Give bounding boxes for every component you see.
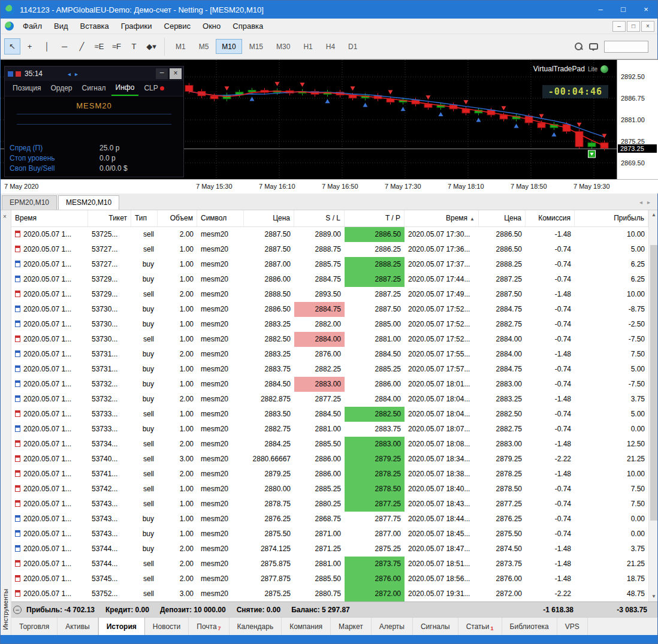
toolbox-tab-история[interactable]: История (98, 618, 145, 635)
timeframe-button-h1[interactable]: H1 (297, 39, 318, 54)
mdi-restore-button[interactable]: □ (627, 21, 640, 32)
menu-item[interactable]: Вставка (74, 19, 115, 34)
cursor-tool[interactable]: ↖ (4, 38, 20, 55)
tradepad-minimize-button[interactable]: – (156, 68, 168, 79)
shapes-tool[interactable]: ◆▾ (143, 38, 159, 55)
community-chat-icon[interactable] (589, 43, 598, 50)
toolbox-tab-сигналы[interactable]: Сигналы (413, 618, 458, 635)
tradepad-header[interactable]: 35:14 ◂▸ – × (5, 66, 183, 81)
menu-item[interactable]: Файл (17, 19, 48, 34)
toolbox-panel-title[interactable]: Инструменты (2, 589, 9, 630)
fibonacci-tool[interactable]: ≈F (108, 38, 125, 55)
mdi-close-button[interactable]: × (641, 21, 654, 32)
search-icon[interactable] (575, 43, 583, 51)
menu-item[interactable]: Справка (227, 19, 269, 34)
column-header[interactable]: T / P (345, 210, 405, 226)
time-axis[interactable]: 7 May 20207 May 15:307 May 16:107 May 16… (1, 179, 658, 193)
toolbox-tab-vps[interactable]: VPS (557, 618, 588, 635)
table-row[interactable]: 2020.05.07 1...53732...buy2.00mesm202882… (11, 392, 648, 407)
column-header[interactable]: Цена (244, 210, 294, 226)
table-row[interactable]: 2020.05.07 1...53742...sell1.00mesm20288… (11, 482, 648, 497)
column-header[interactable]: S / L (294, 210, 345, 226)
table-row[interactable]: 2020.05.07 1...53741...sell2.00mesm20287… (11, 467, 648, 482)
trendline-tool[interactable]: ╱ (74, 38, 90, 55)
tradepad-tab[interactable]: Инфо (111, 81, 139, 96)
window-minimize-button[interactable]: – (589, 1, 612, 19)
toolbox-tab-компания[interactable]: Компания (282, 618, 331, 635)
toolbox-tab-календарь[interactable]: Календарь (230, 618, 282, 635)
table-row[interactable]: 2020.05.07 1...53733...buy1.00mesm202882… (11, 422, 648, 437)
table-row[interactable]: 2020.05.07 1...53744...buy2.00mesm202874… (11, 542, 648, 557)
vertical-line-tool[interactable]: │ (39, 38, 55, 55)
price-axis[interactable]: 2873.25 2892.502886.752881.002875.252869… (617, 59, 658, 179)
summary-collapse-button[interactable]: − (13, 606, 22, 614)
window-close-button[interactable]: × (635, 1, 657, 19)
chart-plot[interactable]: VirtualTradePad Lite -00:04:46 35:14 ◂▸ … (1, 59, 617, 179)
table-row[interactable]: 2020.05.07 1...53752...sell3.00mesm20287… (11, 586, 648, 601)
toolbox-tab-торговля[interactable]: Торговля (11, 618, 58, 635)
menu-item[interactable]: Сервис (158, 19, 197, 34)
table-row[interactable]: 2020.05.07 1...53731...buy1.00mesm202883… (11, 362, 648, 377)
timeframe-button-m10[interactable]: M10 (216, 39, 242, 54)
column-header[interactable]: Символ (197, 210, 244, 226)
timeframe-button-m5[interactable]: M5 (193, 39, 215, 54)
vertical-scrollbar[interactable]: ▲ ▼ (648, 210, 657, 601)
toolbox-tab-почта[interactable]: Почта7 (189, 618, 229, 635)
timeframe-button-m30[interactable]: M30 (270, 39, 296, 54)
table-row[interactable]: 2020.05.07 1...53729...sell2.00mesm20288… (11, 287, 648, 302)
timeframe-button-m1[interactable]: M1 (170, 39, 192, 54)
elliott-wave-tool[interactable]: ≈E (91, 38, 107, 55)
window-maximize-button[interactable]: □ (612, 1, 635, 19)
chart-tab-next-icon[interactable]: ▸ (647, 199, 650, 205)
table-row[interactable]: 2020.05.07 1...53727...buy1.00mesm202887… (11, 257, 648, 272)
column-header[interactable]: Тикет (88, 210, 131, 226)
tradepad-nav-arrows[interactable]: ◂▸ (68, 71, 82, 77)
table-row[interactable]: 2020.05.07 1...53725...sell2.00mesm20288… (11, 227, 648, 242)
toolbox-tab-алерты[interactable]: Алерты (372, 618, 413, 635)
table-row[interactable]: 2020.05.07 1...53744...sell2.00mesm20287… (11, 557, 648, 572)
toolbox-close-icon[interactable]: × (3, 213, 7, 220)
tradepad-tab[interactable]: Ордер (46, 81, 76, 95)
table-row[interactable]: 2020.05.07 1...53729...buy1.00mesm202886… (11, 272, 648, 287)
column-header[interactable]: Прибыль (575, 210, 648, 226)
column-header[interactable]: Тип (131, 210, 158, 226)
table-row[interactable]: 2020.05.07 1...53727...sell1.00mesm20288… (11, 242, 648, 257)
table-row[interactable]: 2020.05.07 1...53740...sell3.00mesm20288… (11, 452, 648, 467)
timeframe-button-m15[interactable]: M15 (243, 39, 269, 54)
chart-tab[interactable]: EPM20,M10 (2, 195, 57, 210)
table-row[interactable]: 2020.05.07 1...53732...buy1.00mesm202884… (11, 377, 648, 392)
table-row[interactable]: 2020.05.07 1...53743...buy1.00mesm202875… (11, 527, 648, 542)
menu-item[interactable]: Графики (115, 19, 158, 34)
tradepad-close-button[interactable]: × (170, 68, 182, 79)
tradepad-tab[interactable]: Позиция (8, 81, 45, 95)
toolbox-tab-новости[interactable]: Новости (145, 618, 189, 635)
tradepad-tab[interactable]: Сигнал (78, 81, 110, 95)
toolbox-tab-статьи[interactable]: Статьи1 (458, 618, 502, 635)
table-row[interactable]: 2020.05.07 1...53743...sell1.00mesm20287… (11, 497, 648, 512)
table-row[interactable]: 2020.05.07 1...53733...sell1.00mesm20288… (11, 407, 648, 422)
table-row[interactable]: 2020.05.07 1...53743...buy1.00mesm202876… (11, 512, 648, 527)
menu-item[interactable]: Вид (48, 19, 74, 34)
menu-item[interactable]: Окно (197, 19, 227, 34)
chart-tab-prev-icon[interactable]: ◂ (639, 199, 642, 205)
column-header[interactable]: Время (11, 210, 88, 226)
scroll-down-icon[interactable]: ▼ (649, 592, 657, 601)
table-row[interactable]: 2020.05.07 1...53730...buy1.00mesm202883… (11, 317, 648, 332)
scrollbar-thumb[interactable] (650, 245, 657, 521)
toolbox-tab-библиотека[interactable]: Библиотека (502, 618, 557, 635)
toolbox-tab-активы[interactable]: Активы (58, 618, 98, 635)
tradepad-tab[interactable]: CLP (140, 81, 168, 95)
scroll-up-icon[interactable]: ▲ (649, 210, 657, 220)
column-header[interactable]: Комиссия (526, 210, 575, 226)
table-row[interactable]: 2020.05.07 1...53731...buy2.00mesm202883… (11, 347, 648, 362)
column-header[interactable]: Объем (158, 210, 197, 226)
text-tool[interactable]: T (126, 38, 142, 55)
toolbox-tab-маркет[interactable]: Маркет (331, 618, 372, 635)
chart-tab[interactable]: MESM20,M10 (58, 195, 119, 210)
search-input[interactable] (604, 41, 648, 53)
crosshair-tool[interactable]: + (22, 38, 38, 55)
mdi-minimize-button[interactable]: – (612, 21, 626, 32)
table-row[interactable]: 2020.05.07 1...53730...sell1.00mesm20288… (11, 332, 648, 347)
column-header[interactable]: Время▲ (405, 210, 479, 226)
horizontal-line-tool[interactable]: ─ (56, 38, 73, 55)
